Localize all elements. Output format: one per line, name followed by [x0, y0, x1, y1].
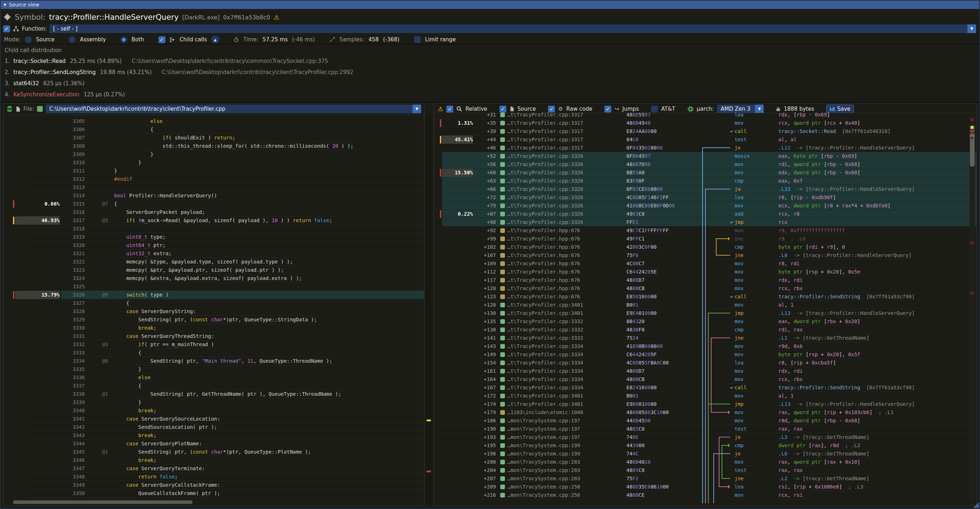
source-location[interactable]: …t\TracyProfiler.cpp:3401 [508, 309, 583, 317]
assembly-line[interactable]: +123…t\TracyProfiler.hpp:676E850160000↩c… [434, 293, 977, 301]
source-line[interactable]: 3322 memcpy( &type, &payload.type, sizeo… [3, 258, 424, 266]
source-location[interactable]: …t\TracyProfiler.cpp:3334 [508, 367, 583, 375]
source-line[interactable]: 3344 case ServerQueryPlotName: [3, 440, 424, 448]
source-line[interactable]: 3307 if( shouldExit ) return; [3, 134, 424, 142]
source-location[interactable]: …t\TracyProfiler.cpp:3317 [508, 119, 583, 127]
source-location[interactable]: …t\TracyProfiler.cpp:3334 [508, 359, 583, 367]
assembly-vscrollbar[interactable] [970, 115, 975, 500]
source-line[interactable]: 3309 } [3, 150, 424, 159]
source-location[interactable]: …mon\TracySystem.cpp:258 [508, 483, 580, 491]
limit-range-checkbox[interactable] [414, 36, 421, 43]
source-location[interactable]: …mon\TracySystem.cpp:197 [508, 417, 580, 425]
assembly-line[interactable]: +99…t\TracyProfiler.hpp:67649FFC1incr9 ;… [434, 235, 977, 243]
source-line[interactable]: 3343 break; [3, 431, 424, 440]
resize-grip[interactable] [973, 502, 979, 508]
source-location[interactable]: …t\TracyProfiler.cpp:3401 [508, 301, 583, 309]
source-line[interactable]: 3328 case ServerQueryString: [3, 307, 424, 316]
source-location[interactable]: …t\TracyProfiler.cpp:3317 [508, 144, 583, 152]
assembly-line[interactable]: +174…t\TracyProfiler.cpp:3401E9B8010000j… [434, 400, 977, 408]
source-location[interactable]: …mon\TracySystem.cpp:197 [508, 425, 580, 433]
assembly-line[interactable]: 45.41%+44…t\TracyProfiler.cpp:331784C0te… [434, 135, 977, 144]
collapse-metrics-button[interactable]: ▲ [211, 36, 219, 43]
source-line[interactable]: 3305 else [3, 117, 424, 126]
child-call-item[interactable]: 1.tracy::Socket::Read25.25 ms (54.89%)C:… [5, 56, 976, 67]
source-line[interactable]: 3312 #endif [3, 175, 424, 183]
source-location[interactable]: …t\TracyProfiler.cpp:3334 [508, 342, 583, 350]
source-location[interactable]: …t\TracyProfiler.hpp:676 [508, 293, 580, 301]
assembly-line[interactable]: +63…t\TracyProfiler.cpp:332683F80Fcmpeax… [434, 177, 977, 185]
source-line[interactable]: 3320 uint64_t ptr; [3, 241, 424, 250]
assembly-line[interactable]: +31…t\TracyProfiler.cpp:3317488D5597lear… [434, 111, 977, 119]
assembly-line[interactable]: +135…t\TracyProfiler.cpp:33328B4320movea… [434, 317, 977, 326]
source-location[interactable]: …t\TracyProfiler.hpp:676 [508, 235, 580, 243]
assembly-line[interactable]: +164…t\TracyProfiler.cpp:3334488BCBmovrc… [434, 375, 977, 383]
assembly-line[interactable]: +149…t\TracyProfiler.cpp:3334C64424205Fm… [434, 350, 977, 359]
assembly-line[interactable]: +130…t\TracyProfiler.cpp:3401E9E4010000j… [434, 309, 977, 317]
source-line[interactable]: 3316 ServerQueryPacket payload; [3, 208, 424, 216]
child-call-item[interactable]: 2.tracy::Profiler::SendLongString19.88 m… [5, 67, 976, 78]
child-call-item[interactable]: 4.KeSynchronizeExecution125 μs (0.27%) [5, 89, 976, 100]
assembly-line[interactable]: +72…t\TracyProfiler.cpp:33264C8D05F146F2… [434, 193, 977, 202]
source-location[interactable]: …t\TracyProfiler.cpp:3317 [508, 135, 583, 144]
source-line[interactable]: 3327 { [3, 299, 424, 307]
source-location[interactable]: …1103\include\atomic:1048 [508, 408, 583, 417]
source-location[interactable]: …t\TracyProfiler.cpp:3332 [508, 326, 583, 334]
assembly-line[interactable]: +79…t\TracyProfiler.cpp:3326418B8C80E0BF… [434, 202, 977, 210]
source-location[interactable]: …t\TracyProfiler.cpp:3326 [508, 160, 583, 169]
source-location[interactable]: …t\TracyProfiler.cpp:3401 [508, 400, 583, 408]
assembly-line[interactable]: +207…mon\TracySystem.cpp:20375F2jne.L2 -… [434, 474, 977, 483]
source-line[interactable]: 3332@3 if( ptr == m_mainThread ) [3, 340, 424, 349]
source-location[interactable]: …t\TracyProfiler.hpp:676 [508, 276, 580, 284]
source-location[interactable]: …t\TracyProfiler.cpp:3326 [508, 185, 583, 193]
source-location[interactable]: …t\TracyProfiler.hpp:676 [508, 259, 580, 268]
assembly-line[interactable]: +198…mon\TracySystem.cpp:199744Cje.L6 ->… [434, 450, 977, 458]
source-location[interactable]: …t\TracyProfiler.cpp:3332 [508, 334, 583, 342]
assembly-line[interactable]: 15.50%+60…t\TracyProfiler.cpp:33268B55A0… [434, 169, 977, 177]
source-location[interactable]: …t\TracyProfiler.cpp:3326 [508, 193, 583, 202]
assembly-line[interactable]: +128…t\TracyProfiler.cpp:3401B001moval, … [434, 301, 977, 309]
source-location[interactable]: …t\TracyProfiler.cpp:3317 [508, 111, 583, 119]
source-line[interactable]: 3308 std::this_thread::sleep_for( std::c… [3, 142, 424, 150]
window-titlebar[interactable]: ▼Source view [1, 1, 979, 9]
file-select[interactable]: C:\Users\wolf\Desktop\darkrl\contrib\tra… [46, 105, 421, 113]
assembly-line[interactable]: +216…mon\TracySystem.cpp:258488BCEmovrcx… [434, 491, 977, 499]
child-calls-checkbox[interactable]: ✓ [159, 36, 165, 43]
source-location[interactable]: …t\TracyProfiler.hpp:676 [508, 243, 580, 251]
source-location[interactable]: …mon\TracySystem.cpp:203 [508, 466, 580, 474]
source-line[interactable]: 3333 { [3, 349, 424, 357]
assembly-line[interactable]: +186…mon\TracySystem.cpp:197448B4598movr… [434, 417, 977, 425]
source-line[interactable]: 3349 case ServerQueryCallstackFrame: [3, 481, 424, 489]
assembly-line[interactable]: +66…t\TracyProfiler.cpp:33260F87CE060000… [434, 185, 977, 193]
assembly-line[interactable]: +107…t\TracyProfiler.hpp:67675F6jne.L0 -… [434, 251, 977, 259]
source-line[interactable]: 3345@1 SendString( ptr, (const char*)ptr… [3, 448, 424, 456]
source-location[interactable]: …mon\TracySystem.cpp:197 [508, 433, 580, 441]
assembly-line[interactable]: 0.22%+87…t\TracyProfiler.cpp:33264903C8a… [434, 210, 977, 218]
chevron-down-icon[interactable]: ▼ [967, 24, 976, 33]
source-location[interactable]: …t\TracyProfiler.hpp:676 [508, 251, 580, 259]
assembly-line[interactable]: +46…t\TracyProfiler.cpp:33170F8435020000… [434, 144, 977, 152]
source-line[interactable]: 3342 SendSourceLocation( ptr ); [3, 423, 424, 431]
source-line[interactable]: 3347 case ServerQueryTerminate: [3, 464, 424, 473]
assembly-line[interactable]: +117…t\TracyProfiler.hpp:676488BD7movrdx… [434, 276, 977, 284]
source-line[interactable]: 3350 QueueCallstackFrame( ptr ); [3, 489, 424, 498]
source-location[interactable]: …t\TracyProfiler.cpp:3326 [508, 152, 583, 160]
mode-radio-source[interactable] [25, 36, 32, 43]
source-location[interactable]: …t\TracyProfiler.hpp:676 [508, 284, 580, 293]
source-line[interactable]: 3329 SendString( ptr, (const char*)ptr, … [3, 316, 424, 324]
assembly-line[interactable]: +161…t\TracyProfiler.cpp:3334488BD7movrd… [434, 367, 977, 375]
assembly-line[interactable]: +193…mon\TracySystem.cpp:197740Eje.L3 ->… [434, 433, 977, 441]
source-location[interactable]: …t\TracyProfiler.cpp:3334 [508, 350, 583, 359]
assembly-line[interactable]: +102…t\TracyProfiler.hpp:67642803C0F00cm… [434, 243, 977, 251]
source-location[interactable]: …mon\TracySystem.cpp:199 [508, 441, 580, 450]
source-hscrollbar[interactable] [5, 500, 421, 504]
source-line[interactable]: 3314 bool Profiler::HandleServerQuery() [3, 192, 424, 200]
source-location[interactable]: …t\TracyProfiler.cpp:3326 [508, 177, 583, 185]
source-location[interactable]: …t\TracyProfiler.hpp:676 [508, 226, 580, 235]
source-line[interactable]: 3318 [3, 225, 424, 233]
source-location[interactable]: …t\TracyProfiler.cpp:3334 [508, 375, 583, 383]
collapse-icon[interactable]: ▼ [3, 3, 6, 7]
assembly-line[interactable]: +92…t\TracyProfiler.hpp:67649C7C1FFFFFFF… [434, 226, 977, 235]
assembly-line[interactable]: +112…t\TracyProfiler.hpp:676C64424205Emo… [434, 268, 977, 276]
assembly-line[interactable]: +90…t\TracyProfiler.cpp:3326FFE1↩jmprcx [434, 218, 977, 226]
assembly-line[interactable]: 1.31%+35…t\TracyProfiler.cpp:3317488B494… [434, 119, 977, 127]
